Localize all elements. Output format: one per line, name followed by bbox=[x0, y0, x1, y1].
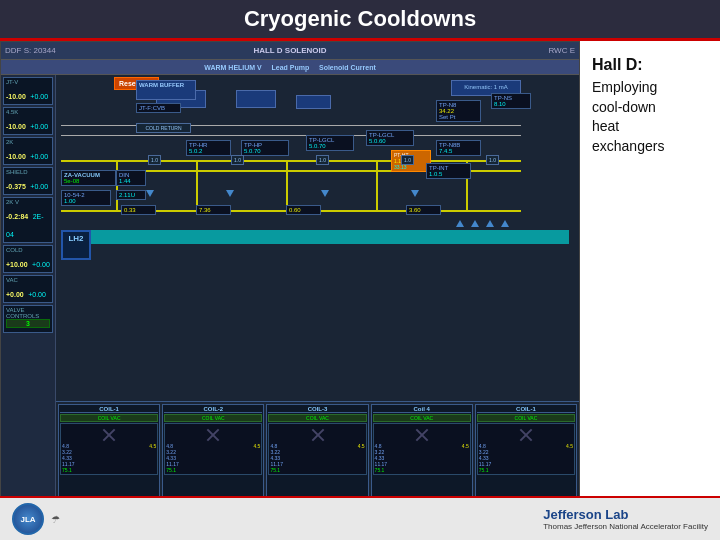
data-block-tp-hp: TP-HP 5.0.70 bbox=[241, 140, 289, 156]
coil-3-x-pattern bbox=[310, 426, 326, 442]
jefferson-lab-name: Jefferson Lab bbox=[543, 507, 708, 522]
coil-2-inner: 4.84.5 3.22 4.33 11.17 75.1 bbox=[164, 423, 262, 475]
coil-2-vac: COIL VAC bbox=[164, 414, 262, 422]
tri-down-4 bbox=[411, 190, 419, 197]
jtf-block: JT-F:CVB bbox=[136, 103, 181, 113]
coil-3-inner: 4.84.5 3.22 4.33 11.17 75.1 bbox=[268, 423, 366, 475]
coil-5-x-pattern bbox=[518, 426, 534, 442]
flow-val-1: 0.33 bbox=[121, 205, 156, 215]
flow-val-4: 3.60 bbox=[406, 205, 441, 215]
tri-up-1 bbox=[456, 220, 464, 227]
jefferson-lab-sub: Thomas Jefferson National Accelerator Fa… bbox=[543, 522, 708, 531]
footer-bar: JLA ☂ Jefferson Lab Thomas Jefferson Nat… bbox=[0, 496, 720, 540]
footer-logo-left: JLA ☂ bbox=[12, 503, 59, 535]
panel-block-6: COLD +10.00 +0.00 bbox=[3, 245, 53, 273]
za-vacuum: ZA-VACUUM 5e-08 bbox=[61, 170, 116, 186]
coil-5-sub-1: 4.84.5 3.22 4.33 11.17 75.1 bbox=[477, 423, 575, 475]
data-block-tp-hr: TP-HR 5.0.2 bbox=[186, 140, 231, 156]
data-block-tp-n8-1: TP-N8 34.22 Set Pt bbox=[436, 100, 481, 122]
scada-visualization: JT-V -10.00 +0.00 4.5K -10.00 +0.00 2K -… bbox=[1, 75, 579, 531]
coil-1-sub-1: 4.84.5 3.22 4.33 11.17 75.1 bbox=[60, 423, 158, 475]
coil-3-sub-1: 4.84.5 3.22 4.33 11.17 75.1 bbox=[268, 423, 366, 475]
main-content: DDF S: 20344 HALL D SOLENOID RWC E WARM … bbox=[0, 41, 720, 537]
scada-subtitle: WARM HELIUM V Lead Pump Solenoid Current bbox=[204, 64, 376, 71]
data-block-tp-lgcl-1: TP-LGCL 5.0.70 bbox=[306, 135, 354, 151]
din-block: DIN 1.44 bbox=[116, 170, 146, 186]
coil-1-vac: COIL VAC bbox=[60, 414, 158, 422]
tri-down-3 bbox=[321, 190, 329, 197]
comp-10-2: 1.0 bbox=[231, 155, 244, 165]
panel-block-5: 2K V -0.2:84 2E-04 bbox=[3, 197, 53, 243]
comp-10-4: 1.0 bbox=[401, 155, 414, 165]
data-block-tp-lgcl-2: TP-LGCL 5.0.60 bbox=[366, 130, 414, 146]
data-block-tp-n8-2: TP-N8B 7.4.5 bbox=[436, 140, 481, 156]
scada-left-panel: JT-V -10.00 +0.00 4.5K -10.00 +0.00 2K -… bbox=[1, 75, 56, 531]
tri-down-2 bbox=[226, 190, 234, 197]
scada-window-title: HALL D SOLENOID bbox=[195, 46, 385, 55]
scada-topbar: DDF S: 20344 HALL D SOLENOID RWC E bbox=[1, 42, 579, 60]
tp-ns-block: TP-NS 8.10 bbox=[491, 93, 531, 109]
coil-2-sub-1: 4.84.5 3.22 4.33 11.17 75.1 bbox=[164, 423, 262, 475]
lh2-block: LH2 bbox=[61, 230, 91, 260]
coil-3-vac: COIL VAC bbox=[268, 414, 366, 422]
footer-left-text: ☂ bbox=[50, 514, 59, 525]
right-panel: Hall D: Employing cool-down heat exchang… bbox=[580, 41, 720, 537]
coil-2-x-pattern bbox=[205, 426, 221, 442]
pipe-v-2 bbox=[196, 160, 198, 210]
page-title: Cryogenic Cooldowns bbox=[0, 0, 720, 41]
warm-buffer: WARM BUFFER bbox=[136, 80, 196, 100]
footer-logo-right: Jefferson Lab Thomas Jefferson National … bbox=[543, 507, 708, 531]
coil-1-x-pattern bbox=[101, 426, 117, 442]
din-block-2: 2.11U bbox=[116, 190, 146, 200]
scada-screen: DDF S: 20344 HALL D SOLENOID RWC E WARM … bbox=[0, 41, 580, 537]
scada-title-band: WARM HELIUM V Lead Pump Solenoid Current bbox=[1, 60, 579, 75]
jla-circle-logo: JLA bbox=[12, 503, 44, 535]
pipe-v-3 bbox=[286, 160, 288, 210]
scada-main-diagram: Reset Initk LH2 bbox=[56, 75, 579, 531]
hall-d-description: Employing cool-down heat exchangers bbox=[592, 78, 708, 156]
hall-d-title: Hall D: bbox=[592, 56, 708, 74]
comp-10-3: 1.0 bbox=[316, 155, 329, 165]
panel-block-3: 2K -10.00 +0.00 bbox=[3, 137, 53, 165]
cryogenics-group-label: ☂ bbox=[50, 514, 59, 525]
coil-3-title: COIL-3 bbox=[268, 406, 366, 413]
coil-4-inner: 4.84.5 3.22 4.33 11.17 75.1 bbox=[373, 423, 471, 475]
pipe-h-main bbox=[61, 160, 521, 162]
scada-id-right: RWC E bbox=[385, 46, 575, 55]
flow-val-3: 0.60 bbox=[286, 205, 321, 215]
cyan-bar-main bbox=[91, 230, 569, 244]
pipe-wh-2 bbox=[61, 135, 521, 136]
coil-1-inner: 4.84.5 3.22 4.33 11.17 75.1 bbox=[60, 423, 158, 475]
coil-5-title: COIL-1 bbox=[477, 406, 575, 413]
pipe-wh-1 bbox=[61, 125, 521, 126]
blue-rect-3 bbox=[296, 95, 331, 109]
coil-4-sub-1: 4.84.5 3.22 4.33 11.17 75.1 bbox=[373, 423, 471, 475]
blue-rect-2 bbox=[236, 90, 276, 108]
coil-4-x-pattern bbox=[414, 426, 430, 442]
coil-4-title: Coil 4 bbox=[373, 406, 471, 413]
scada-id-left: DDF S: 20344 bbox=[5, 46, 195, 55]
cold-return-label: COLD RETURN bbox=[136, 123, 191, 133]
panel-block-1: JT-V -10.00 +0.00 bbox=[3, 77, 53, 105]
coil-2-title: COIL-2 bbox=[164, 406, 262, 413]
coil-1-title: COIL-1 bbox=[60, 406, 158, 413]
tri-down-1 bbox=[146, 190, 154, 197]
footer-right-text: Jefferson Lab Thomas Jefferson National … bbox=[543, 507, 708, 531]
panel-block-7: VAC +0.00 +0.00 bbox=[3, 275, 53, 303]
tri-up-3 bbox=[486, 220, 494, 227]
comp-10-5: 1.0 bbox=[486, 155, 499, 165]
data-mid-1: 10-54-2 1.00 bbox=[61, 190, 111, 206]
coil-5-vac: COIL VAC bbox=[477, 414, 575, 422]
comp-10-1: 1.0 bbox=[148, 155, 161, 165]
coil-4-vac: COIL VAC bbox=[373, 414, 471, 422]
flow-val-2: 7.36 bbox=[196, 205, 231, 215]
tri-up-4 bbox=[501, 220, 509, 227]
panel-block-2: 4.5K -10.00 +0.00 bbox=[3, 107, 53, 135]
panel-block-4: SHIELD -0.375 +0.00 bbox=[3, 167, 53, 195]
panel-block-8: VALVE CONTROLS 3 bbox=[3, 305, 53, 333]
data-block-tp-int: TP-INT 1.0.5 bbox=[426, 163, 471, 179]
coil-5-inner: 4.84.5 3.22 4.33 11.17 75.1 bbox=[477, 423, 575, 475]
tri-up-2 bbox=[471, 220, 479, 227]
pipe-v-4 bbox=[376, 160, 378, 210]
